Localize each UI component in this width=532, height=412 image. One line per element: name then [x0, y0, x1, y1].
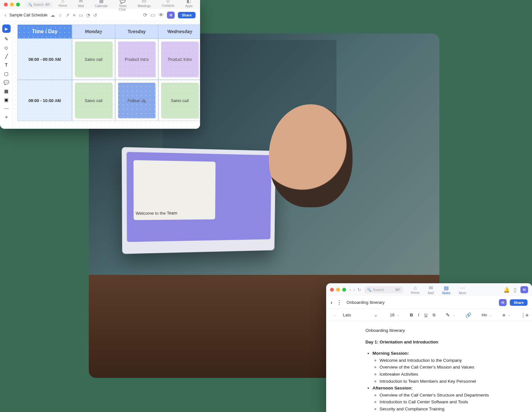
board-title: Sample Call Schedule: [9, 13, 47, 17]
traffic-lights[interactable]: [4, 3, 20, 6]
sticky[interactable]: Product Intro: [118, 42, 155, 77]
tab-home-label: Home: [411, 291, 419, 295]
camera-icon[interactable]: ▭: [151, 12, 155, 18]
document-body[interactable]: Onboarding Itinerary Day 1: Orientation …: [326, 321, 532, 412]
afternoon-label: Afternoon Session:: [372, 386, 413, 390]
toolbar-group-b: ▭ ◔ ↺: [79, 13, 97, 18]
hero-monitor: Welcome to the Team: [122, 147, 276, 254]
comment-tool[interactable]: 💬: [4, 80, 9, 85]
strike-button[interactable]: S: [433, 313, 436, 317]
cell-0-1[interactable]: Product Intro: [115, 39, 158, 80]
timer-icon[interactable]: ◔: [86, 13, 90, 18]
format-toolbar: ⌄ Lato⌄ 16⌄ B I U S ✎⌄ 🔗 Hn⌄ ≡⌄ ⋮≡⌄ »: [326, 309, 532, 321]
present-icon[interactable]: ▭: [79, 13, 83, 18]
cell-0-2[interactable]: Product Intro: [158, 39, 200, 80]
list-item: Overview of the Call Center's Structure …: [380, 392, 522, 399]
cell-1-2[interactable]: Sales call: [158, 80, 200, 121]
avatar-badge[interactable]: H: [499, 299, 507, 306]
calendar-icon: ▦: [99, 0, 104, 4]
underline-button[interactable]: U: [424, 313, 427, 317]
frame-tool[interactable]: ▦: [4, 89, 8, 94]
tab-notes[interactable]: ▤Notes: [442, 285, 450, 295]
sticky[interactable]: Sales call: [161, 83, 198, 118]
sticky[interactable]: Product Intro: [161, 42, 198, 77]
refresh-icon[interactable]: ⟳: [143, 12, 147, 18]
hero-monitor-text: Welcome to the Team: [136, 211, 177, 216]
heading-button[interactable]: Hn: [482, 313, 487, 317]
notes-icon: ▤: [444, 285, 449, 291]
mail-icon: ✉: [79, 0, 83, 4]
pen-tool[interactable]: ✎: [5, 36, 8, 42]
sticky[interactable]: Sales call: [75, 83, 112, 118]
header-timeday: Time / Day: [17, 24, 72, 39]
back-icon[interactable]: ‹: [349, 287, 351, 292]
canvas[interactable]: Time / Day Monday Tuesday Wednesday 08:0…: [13, 21, 200, 129]
notes-window: ‹ › ↻ 🔍 Search ⌘F ⌂Home ✉Mail ▤Notes ⋯Mo…: [326, 283, 532, 412]
undo-icon[interactable]: ↺: [93, 13, 97, 18]
list-item: Welcome and Introduction to the Company: [380, 357, 522, 364]
time-0: 08:00 - 09:00 AM: [17, 39, 72, 80]
avatar-badge[interactable]: H: [167, 12, 175, 19]
notes-titlebar: ‹ › ↻ 🔍 Search ⌘F ⌂Home ✉Mail ▤Notes ⋯Mo…: [326, 283, 532, 296]
align-icon[interactable]: ≡: [502, 312, 505, 318]
font-size[interactable]: 16: [390, 313, 394, 317]
eye-icon[interactable]: 👁: [159, 12, 164, 18]
clock-icon[interactable]: ↻: [357, 287, 361, 292]
popout-icon[interactable]: ↗: [66, 13, 69, 18]
tab-more[interactable]: ⋯More: [459, 285, 466, 295]
chat-icon: 💬: [120, 0, 126, 4]
share-button[interactable]: Share: [510, 299, 527, 306]
toolbar-group-a: ☁ ☆ ↗ ≡: [50, 13, 75, 18]
kebab-icon[interactable]: ⋮: [337, 299, 342, 305]
cell-0-0[interactable]: Sales call: [72, 39, 115, 80]
sticky[interactable]: Sales call: [75, 42, 112, 77]
avatar-badge[interactable]: H: [520, 286, 528, 293]
font-name: Lato: [343, 313, 351, 317]
list-item: Security and Compliance Training: [380, 406, 522, 412]
pointer-tool[interactable]: ▶: [2, 24, 11, 33]
list-item: Introduction to Team Members and Key Per…: [380, 378, 522, 385]
font-select[interactable]: Lato⌄: [341, 313, 380, 317]
highlight-icon[interactable]: ✎: [446, 312, 450, 318]
italic-button[interactable]: I: [418, 313, 419, 317]
whiteboard-window: 🔍 Search ⌘F ⌂Home ✉Mail ▦Calendar 💬Team …: [0, 0, 200, 129]
share-button[interactable]: Share: [178, 12, 196, 18]
cell-1-0[interactable]: Sales call: [72, 80, 115, 121]
back-icon[interactable]: ‹: [331, 300, 332, 305]
more-tool[interactable]: ⋯: [4, 106, 9, 111]
bell-icon[interactable]: 🔔: [503, 287, 510, 293]
search-icon: 🔍: [367, 288, 371, 292]
forward-icon[interactable]: ›: [353, 287, 355, 292]
list-icon[interactable]: ⋮≡: [521, 312, 528, 318]
cell-1-1[interactable]: Follow Up: [115, 80, 158, 121]
text-tool[interactable]: T: [5, 62, 8, 68]
app-tabs: ⌂Home ✉Mail ▤Notes ⋯More: [411, 285, 466, 295]
link-icon[interactable]: 🔗: [465, 312, 472, 318]
header-mon: Monday: [72, 24, 115, 39]
image-tool[interactable]: ▣: [4, 97, 8, 102]
sticky-tool[interactable]: ▢: [4, 71, 8, 76]
back-icon[interactable]: ‹: [5, 12, 6, 18]
search-placeholder: Search: [373, 288, 384, 292]
doc-heading: Onboarding Itinerary: [365, 327, 522, 334]
panel-icon[interactable]: ▯: [514, 287, 517, 293]
sticky[interactable]: Follow Up: [118, 83, 155, 118]
mail-icon: ✉: [429, 285, 433, 291]
star-icon[interactable]: ☆: [58, 13, 62, 18]
hero-screen: Welcome to the Team: [126, 152, 271, 242]
cloud-icon[interactable]: ☁: [50, 13, 55, 18]
bold-button[interactable]: B: [410, 313, 413, 317]
tab-home[interactable]: ⌂Home: [411, 285, 419, 295]
ai-tool[interactable]: ✧: [5, 115, 8, 120]
tab-mail[interactable]: ✉Mail: [428, 285, 434, 295]
search-input[interactable]: 🔍 Search ⌘F: [364, 286, 403, 293]
shape-tool[interactable]: ◇: [5, 45, 8, 50]
tab-calendar-label: Calendar: [95, 4, 108, 8]
traffic-lights[interactable]: [330, 288, 346, 292]
tab-apps-label: Apps: [185, 4, 193, 8]
search-input[interactable]: 🔍 Search ⌘F: [26, 2, 53, 7]
home-icon: ⌂: [61, 0, 64, 4]
tab-mail-label: Mail: [428, 291, 434, 295]
line-tool[interactable]: ╱: [5, 54, 8, 59]
list-icon[interactable]: ≡: [73, 13, 75, 18]
